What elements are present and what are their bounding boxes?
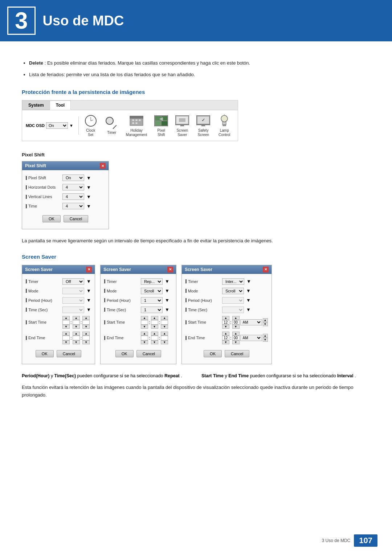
ss1-start-h-down[interactable]: ▼ [62, 325, 70, 329]
ss2-end-s-up[interactable]: ▲ [161, 332, 168, 336]
ss2-cancel-button[interactable]: Cancel [136, 350, 161, 357]
ss1-start-m-down[interactable]: ▼ [73, 325, 80, 329]
ss1-end-s-down[interactable]: ▼ [82, 340, 90, 344]
ss3-end-m-up[interactable]: ▲ [232, 332, 240, 336]
ss2-starttime-label: Start Time [104, 320, 139, 324]
ss2-mode-select[interactable]: Scroll [141, 288, 163, 294]
ss2-start-h-input[interactable] [141, 320, 148, 325]
time-select[interactable]: 4 [62, 203, 84, 209]
toolbar-item-safety-screen[interactable]: ✓ SafetyScreen [193, 112, 213, 139]
arrow-icon: ▼ [246, 279, 251, 284]
ss-panel3-close-button[interactable]: ✕ [263, 267, 269, 272]
label-bar-icon [185, 320, 187, 324]
ss1-start-h-input[interactable] [62, 320, 70, 325]
ss3-footer: OK Cancel [185, 347, 268, 361]
ss1-end-s-input[interactable] [82, 336, 90, 340]
ss3-start-ampm-down[interactable]: ▼ [263, 322, 268, 326]
toolbar-item-clock-set[interactable]: ClockSet [81, 112, 101, 139]
pixel-shift-cancel-button[interactable]: Cancel [64, 215, 88, 222]
ss2-start-m: ▲ ▼ [151, 316, 158, 329]
ss2-end-s-down[interactable]: ▼ [161, 340, 168, 344]
ss2-end-m-down[interactable]: ▼ [151, 340, 158, 344]
ss2-end-h-input[interactable] [141, 336, 148, 340]
ss3-end-m-input[interactable] [232, 336, 240, 340]
toolbar-item-lamp-control[interactable]: LampControl [215, 112, 234, 139]
toolbar-item-pixel-shift[interactable]: PixelShift [151, 112, 171, 139]
arrow-icon: ▼ [86, 279, 91, 284]
pixel-shift-ok-button[interactable]: OK [42, 215, 61, 222]
toolbar-item-holiday[interactable]: HolidayManagement [123, 112, 150, 139]
svg-rect-6 [135, 122, 138, 124]
toolbar-item-timer[interactable]: Timer [102, 115, 122, 136]
ss2-end-h-up[interactable]: ▲ [141, 332, 148, 336]
ss2-end-m-up[interactable]: ▲ [151, 332, 158, 336]
ss1-start-s-up[interactable]: ▲ [82, 316, 90, 320]
ss1-start-m-up[interactable]: ▲ [73, 316, 80, 320]
ss3-end-h-down[interactable]: ▼ [222, 340, 229, 344]
ss2-start-s-input[interactable] [161, 320, 168, 325]
pixel-shift-dialog-body: Pixel Shift On Off ▼ Horizontal Dots 4 ▼ [22, 170, 109, 229]
ss3-start-h-down[interactable]: ▼ [222, 325, 229, 329]
horizontal-dots-select[interactable]: 4 [62, 184, 84, 190]
mdc-osd-select[interactable]: On Off [46, 122, 68, 129]
ss2-start-s-up[interactable]: ▲ [161, 316, 168, 320]
ss2-start-s-down[interactable]: ▼ [161, 325, 168, 329]
ss3-start-m-down[interactable]: ▼ [232, 325, 240, 329]
ss2-timesec-select[interactable]: 1 [141, 307, 163, 313]
tab-tool[interactable]: Tool [50, 100, 71, 110]
ss1-ok-button[interactable]: OK [36, 350, 54, 357]
ss2-start-m-input[interactable] [151, 320, 158, 325]
ss3-end-h-input[interactable] [222, 336, 229, 340]
ss1-end-h-input[interactable] [62, 336, 70, 340]
ss3-start-m-up[interactable]: ▲ [232, 316, 240, 320]
ss3-end-ampm-up[interactable]: ▲ [263, 334, 268, 338]
ss2-period-select[interactable]: 1 [141, 297, 163, 304]
ss1-end-m-input[interactable] [73, 336, 80, 340]
ss3-end-m-down[interactable]: ▼ [232, 340, 240, 344]
ss2-end-m-input[interactable] [151, 336, 158, 340]
ss-panel2-close-button[interactable]: ✕ [167, 267, 173, 272]
ss3-end-h-up[interactable]: ▲ [222, 332, 229, 336]
ss3-end-ampm-select[interactable]: AMPM [240, 335, 262, 341]
ss3-ok-button[interactable]: OK [204, 350, 222, 357]
ss1-timer-select[interactable]: Off [62, 278, 84, 285]
ss2-ok-button[interactable]: OK [115, 350, 134, 357]
label-bar-icon [104, 298, 105, 302]
pixel-shift-select[interactable]: On Off [62, 175, 84, 181]
ss1-start-s-input[interactable] [82, 320, 90, 325]
ss1-end-m-down[interactable]: ▼ [73, 340, 80, 344]
ss3-cancel-button[interactable]: Cancel [225, 350, 249, 357]
ss3-end-ampm-down[interactable]: ▼ [263, 338, 268, 342]
ss1-end-s-up[interactable]: ▲ [82, 332, 90, 336]
ss-panel1-close-button[interactable]: ✕ [86, 267, 92, 272]
ss3-start-h-up[interactable]: ▲ [222, 316, 229, 320]
ss1-end-h-up[interactable]: ▲ [62, 332, 70, 336]
ss3-start-m-input[interactable] [232, 320, 240, 325]
tab-system[interactable]: System [22, 100, 50, 110]
ss2-start-h-up[interactable]: ▲ [141, 316, 148, 320]
ss1-cancel-button[interactable]: Cancel [57, 350, 81, 357]
ss2-start-m-up[interactable]: ▲ [151, 316, 158, 320]
ss2-start-h-down[interactable]: ▼ [141, 325, 148, 329]
ss2-timer-select[interactable]: Rep... [141, 278, 163, 285]
ss2-end-h-down[interactable]: ▼ [141, 340, 148, 344]
ss3-mode-select[interactable]: Scroll [222, 288, 244, 294]
ss1-end-m-up[interactable]: ▲ [73, 332, 80, 336]
ss1-start-m-input[interactable] [73, 320, 80, 325]
ss3-start-ampm-select[interactable]: AMPM [240, 319, 262, 325]
ss3-start-h-input[interactable] [222, 320, 229, 325]
horizontal-dots-row: Horizontal Dots 4 ▼ [26, 184, 105, 190]
ss2-end-s-input[interactable] [161, 336, 168, 340]
ss2-timer-label: Timer [104, 279, 139, 284]
toolbar-item-screen-saver[interactable]: ScreenSaver [172, 112, 192, 139]
pixel-shift-close-button[interactable]: ✕ [100, 163, 106, 169]
ss1-end-h-down[interactable]: ▼ [62, 340, 70, 344]
ss1-start-h-up[interactable]: ▲ [62, 316, 70, 320]
ss2-start-m-down[interactable]: ▼ [151, 325, 158, 329]
screen-saver-desc: Esta función evitará la retención de las… [22, 384, 370, 399]
ss2-mode-row: Mode Scroll ▼ [104, 288, 172, 294]
vertical-lines-select[interactable]: 4 [62, 193, 84, 200]
ss3-start-ampm-up[interactable]: ▲ [263, 318, 268, 322]
ss1-start-s-down[interactable]: ▼ [82, 325, 90, 329]
ss3-timer-select[interactable]: Inter... [222, 278, 244, 285]
